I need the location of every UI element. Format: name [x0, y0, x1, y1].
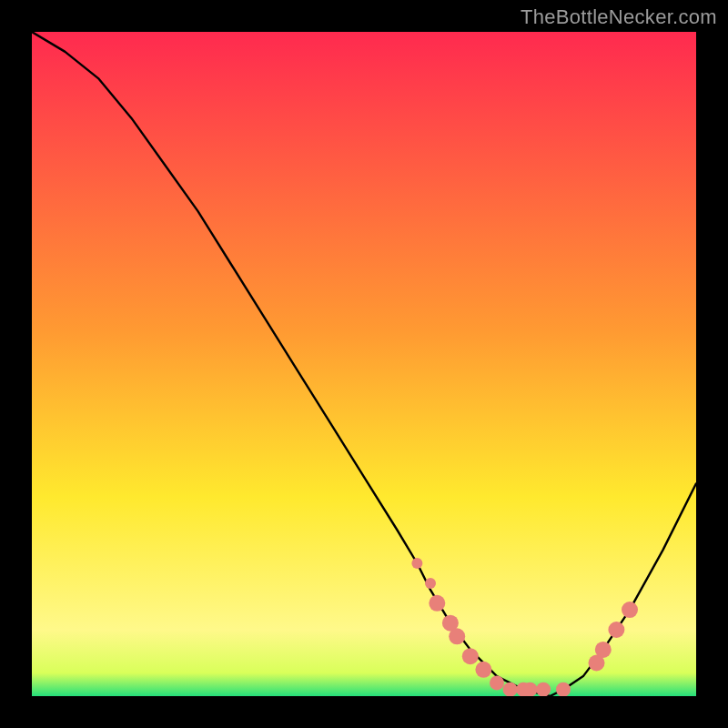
data-marker — [622, 602, 638, 618]
chart-frame: TheBottleNecker.com — [0, 0, 728, 728]
data-marker — [595, 642, 612, 658]
data-marker — [429, 595, 445, 612]
data-marker — [503, 682, 518, 696]
data-marker — [490, 675, 504, 690]
data-marker — [411, 558, 422, 569]
data-marker — [608, 622, 624, 638]
data-marker — [449, 628, 465, 644]
chart-background — [32, 32, 696, 696]
chart-svg — [32, 32, 696, 696]
bottleneck-chart — [32, 32, 696, 696]
data-marker — [462, 648, 479, 664]
data-marker — [523, 682, 538, 696]
data-marker — [425, 578, 436, 589]
watermark-text: TheBottleNecker.com — [521, 5, 717, 29]
data-marker — [475, 662, 491, 678]
data-marker — [536, 682, 551, 696]
data-marker — [556, 682, 571, 696]
